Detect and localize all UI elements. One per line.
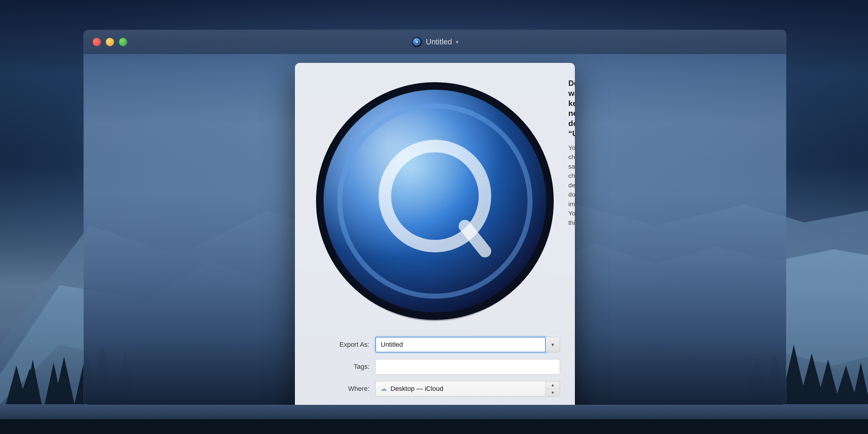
where-row: Where: ☁ Desktop — iCloud ▲ ▼ [310,381,560,397]
where-input-wrapper: ☁ Desktop — iCloud ▲ ▼ [375,381,560,397]
export-as-row: Export As: ▾ [310,337,560,352]
title-bar: Untitled ▾ [84,30,786,54]
svg-point-23 [415,41,418,43]
cloud-icon: ☁ [380,385,387,393]
tags-input-wrapper [375,359,560,374]
save-dialog: Do you want to keep this new document “U… [295,63,575,405]
dialog-body: You can choose to save your changes, or … [568,143,575,227]
app-icon [310,76,560,326]
stepper-up-icon[interactable]: ▲ [546,381,560,389]
tags-input[interactable] [375,359,560,374]
where-stepper[interactable]: ▲ ▼ [546,381,560,397]
tags-row: Tags: [310,359,560,374]
maximize-button[interactable] [119,38,127,46]
where-select[interactable]: ☁ Desktop — iCloud [375,381,546,397]
where-value: Desktop — iCloud [391,385,443,393]
svg-rect-19 [0,419,868,434]
traffic-lights [93,38,127,46]
stepper-down-icon[interactable]: ▼ [546,389,560,397]
window-content: Do you want to keep this new document “U… [84,54,786,405]
tags-label: Tags: [310,363,369,371]
dialog-header: Do you want to keep this new document “U… [310,76,560,326]
dialog-body-line1: You can choose to save your changes, or … [568,144,575,198]
where-label: Where: [310,385,369,393]
window-title-bar: Untitled ▾ [411,37,458,48]
dialog-title: Do you want to keep this new document “U… [568,78,575,139]
minimize-button[interactable] [106,38,114,46]
dialog-body-line2: immediately. You can’t undo this action. [568,200,575,226]
export-as-label: Export As: [310,341,369,348]
export-as-dropdown[interactable]: ▾ [546,337,560,352]
export-as-input[interactable] [375,337,546,352]
close-button[interactable] [93,38,101,46]
window-app-icon [411,37,422,48]
export-as-input-wrapper: ▾ [375,337,560,352]
mac-window: Untitled ▾ [84,30,786,405]
title-chevron-icon: ▾ [456,39,458,45]
window-title: Untitled [426,37,452,46]
modal-overlay: Do you want to keep this new document “U… [84,54,786,405]
dialog-text: Do you want to keep this new document “U… [568,76,575,227]
